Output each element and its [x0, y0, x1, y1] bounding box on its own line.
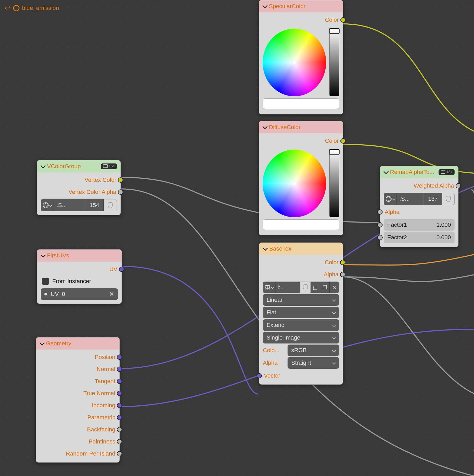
uv-map-selector[interactable]: UV_0 ✕ — [41, 288, 118, 300]
output-vertex-color: Vertex Color — [37, 174, 121, 186]
from-instancer-row[interactable]: From Instancer — [37, 275, 122, 287]
color-swatch[interactable] — [263, 98, 339, 109]
output-true-normal: True Normal — [36, 387, 119, 399]
output-color: Color — [259, 135, 343, 147]
node-header[interactable]: Geometry — [36, 337, 119, 350]
socket-output-color[interactable] — [340, 17, 346, 23]
socket-position[interactable] — [117, 355, 122, 360]
factor1-field[interactable]: Factor1 1.000 — [384, 219, 455, 231]
socket-input-vector[interactable] — [257, 373, 262, 378]
from-instancer-checkbox[interactable] — [42, 278, 49, 285]
socket-normal[interactable] — [117, 367, 122, 372]
alpha-mode-select[interactable]: Straight — [288, 357, 339, 369]
node-header[interactable]: DiffuseColor — [259, 121, 343, 133]
unpack-button[interactable]: ❐ — [320, 282, 330, 293]
node-title: Geometry — [46, 340, 71, 347]
node-header[interactable]: FirstUVs — [37, 250, 122, 262]
socket-output-vertex-color[interactable] — [118, 177, 123, 183]
chevron-down-icon[interactable] — [40, 252, 46, 258]
clear-icon[interactable]: ✕ — [109, 290, 114, 298]
socket-input-factor1[interactable] — [377, 222, 383, 228]
color-swatch[interactable] — [263, 219, 339, 230]
node-title: RemapAlphaTo... — [390, 169, 434, 176]
output-incoming: Incoming — [36, 399, 119, 411]
node-vcolor-group[interactable]: VColorGroup 154 Vertex Color Vertex Colo… — [37, 160, 121, 215]
node-diffuse-color[interactable]: DiffuseColor Color — [259, 121, 343, 235]
node-header[interactable]: RemapAlphaTo... 137 — [380, 166, 458, 178]
color-picker[interactable] — [259, 147, 343, 219]
node-title: VColorGroup — [47, 163, 81, 170]
image-datablock-selector[interactable]: 🖼 b... ◱ ❐ ✕ — [263, 282, 339, 293]
output-alpha: Alpha — [259, 268, 343, 281]
socket-output-color[interactable] — [340, 260, 345, 265]
material-icon — [13, 5, 19, 11]
socket-output-alpha[interactable] — [340, 272, 345, 277]
node-title: BaseTex — [269, 245, 291, 252]
socket-pointiness[interactable] — [117, 439, 122, 444]
chevron-down-icon[interactable] — [39, 340, 45, 346]
socket-parametric[interactable] — [117, 415, 122, 420]
breadcrumb: ↩ blue_emission — [5, 4, 59, 12]
chevron-down-icon[interactable] — [262, 124, 268, 129]
nodegroup-datablock-selector[interactable]: .S... 137 — [384, 193, 455, 205]
socket-tangent[interactable] — [117, 379, 122, 384]
socket-output-weighted-alpha[interactable] — [456, 183, 461, 188]
socket-true-normal[interactable] — [117, 391, 122, 396]
node-title: DiffuseColor — [269, 124, 301, 131]
nodetree-icon — [386, 196, 392, 202]
output-pointiness: Pointiness — [36, 436, 119, 448]
users-badge[interactable]: 154 — [101, 163, 117, 169]
socket-output-color[interactable] — [340, 138, 346, 144]
input-vector: Vector — [259, 370, 343, 382]
output-random-per-island: Random Per Island — [36, 448, 119, 460]
shield-icon — [303, 284, 308, 290]
dot-icon — [44, 293, 47, 295]
node-geometry[interactable]: Geometry Position Normal Tangent True No… — [36, 337, 120, 463]
extension-select[interactable]: Extend — [263, 319, 339, 331]
socket-output-vertex-color-alpha[interactable] — [118, 189, 123, 195]
nodegroup-datablock-selector[interactable]: .S... 154 — [41, 199, 117, 211]
open-image-button[interactable]: ◱ — [311, 282, 320, 293]
node-base-tex[interactable]: BaseTex Color Alpha 🖼 b... ◱ ❐ ✕ Linear … — [259, 242, 343, 385]
factor2-field[interactable]: Factor2 0.000 — [384, 232, 455, 243]
socket-output-uv[interactable] — [119, 267, 124, 272]
chevron-down-icon[interactable] — [263, 246, 268, 251]
socket-incoming[interactable] — [117, 403, 122, 408]
color-picker[interactable] — [259, 26, 343, 98]
nodegroup-icon — [441, 170, 445, 174]
users-badge[interactable]: 137 — [439, 169, 455, 175]
socket-input-factor2[interactable] — [377, 235, 383, 240]
unlink-button[interactable]: ✕ — [330, 282, 339, 293]
node-remap-alpha[interactable]: RemapAlphaTo... 137 Weighted Alpha .S...… — [380, 166, 459, 247]
node-header[interactable]: BaseTex — [259, 243, 343, 255]
node-header[interactable]: VColorGroup 154 — [37, 160, 121, 172]
alpha-mode-label: Alpha — [263, 359, 284, 366]
colorspace-select[interactable]: sRGB — [288, 345, 339, 356]
back-arrow-icon[interactable]: ↩ — [5, 4, 11, 12]
socket-input-alpha[interactable] — [377, 209, 383, 215]
colorspace-label: Colo... — [263, 347, 284, 354]
chevron-down-icon[interactable] — [383, 169, 389, 174]
output-weighted-alpha: Weighted Alpha — [380, 180, 458, 192]
node-title: FirstUVs — [47, 252, 69, 259]
node-specular-color[interactable]: SpecularColor Color — [259, 0, 343, 114]
nodegroup-icon — [103, 164, 108, 168]
output-tangent: Tangent — [36, 375, 119, 387]
chevron-down-icon[interactable] — [262, 3, 268, 8]
material-name: blue_emission — [22, 5, 59, 12]
output-color: Color — [259, 256, 343, 268]
interpolation-select[interactable]: Linear — [263, 294, 339, 306]
chevron-down-icon[interactable] — [40, 163, 46, 168]
node-first-uvs[interactable]: FirstUVs UV From Instancer UV_0 ✕ — [37, 249, 122, 304]
input-alpha: Alpha — [380, 206, 458, 218]
projection-select[interactable]: Flat — [263, 307, 339, 318]
source-select[interactable]: Single Image — [263, 332, 339, 343]
socket-backfacing[interactable] — [117, 427, 122, 432]
shield-icon — [446, 196, 451, 202]
socket-random-island[interactable] — [117, 451, 122, 456]
node-header[interactable]: SpecularColor — [259, 0, 343, 12]
output-vertex-color-alpha: Vertex Color Alpha — [37, 186, 121, 198]
image-browse-icon: 🖼 — [265, 284, 270, 290]
output-color: Color — [259, 14, 343, 26]
node-title: SpecularColor — [269, 3, 305, 10]
